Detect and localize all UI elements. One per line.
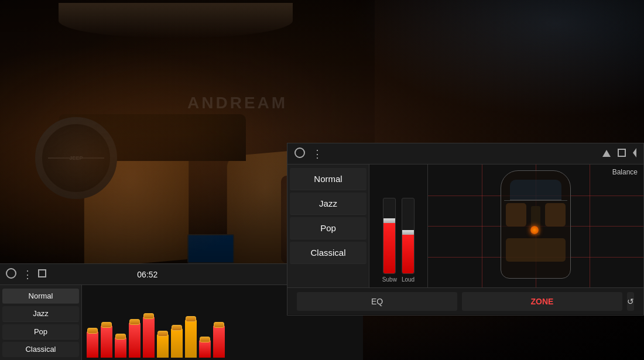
main-rect-btn[interactable] — [38, 269, 46, 280]
car-body — [501, 170, 571, 279]
loud-knob[interactable] — [402, 230, 415, 235]
loud-label: Loud — [402, 276, 415, 283]
subw-label: Subw — [382, 276, 397, 283]
preset-classical[interactable]: Classical — [2, 342, 79, 357]
rect-icon — [38, 269, 46, 277]
loud-slider-track[interactable] — [402, 198, 415, 274]
float-dots-icon: ⋮ — [312, 148, 322, 160]
float-preset-jazz[interactable]: Jazz — [290, 193, 366, 215]
subw-knob[interactable] — [383, 218, 396, 223]
seat-fl — [506, 203, 526, 227]
eq-bar-5[interactable] — [143, 311, 155, 358]
float-preset-classical[interactable]: Classical — [290, 242, 366, 264]
rear-seat-row — [506, 238, 566, 262]
circle-icon — [6, 268, 16, 279]
floating-panel: ⋮ Normal Jazz Pop Classical — [287, 143, 644, 316]
eq-bar-7[interactable] — [171, 311, 183, 358]
float-rect-btn[interactable] — [618, 149, 626, 159]
eq-bar-6[interactable] — [157, 311, 169, 358]
eq-knob-7[interactable] — [172, 325, 182, 331]
eq-knob-10[interactable] — [214, 322, 224, 328]
eq-bar-3[interactable] — [115, 311, 126, 358]
float-triangle-up-icon — [602, 150, 611, 157]
float-preset-pop[interactable]: Pop — [290, 217, 366, 239]
time-display: 06:52 — [137, 270, 157, 279]
topbar-spacer — [329, 143, 602, 164]
float-back-btn[interactable] — [633, 148, 636, 160]
float-circle-icon — [294, 148, 305, 158]
float-topbar: ⋮ — [287, 143, 643, 164]
float-dots-btn[interactable]: ⋮ — [312, 148, 322, 160]
back-arrow-icon: ↺ — [627, 297, 634, 306]
float-bottombar: EQ ZONE ↺ — [287, 287, 643, 314]
subw-slider-track[interactable] — [383, 198, 396, 274]
preset-normal[interactable]: Normal — [2, 289, 79, 304]
seat-fr — [545, 203, 566, 227]
eq-bar-1[interactable] — [87, 311, 98, 358]
float-preset-normal[interactable]: Normal — [290, 168, 366, 190]
eq-knob-8[interactable] — [186, 316, 196, 322]
float-balance-area: Balance — [428, 164, 643, 287]
eq-knob-9[interactable] — [200, 337, 210, 342]
loud-slider-col: Loud — [402, 198, 415, 283]
dash-line — [504, 200, 567, 201]
float-preset-list: Normal Jazz Pop Classical — [287, 164, 369, 287]
eq-knob-1[interactable] — [87, 328, 98, 334]
car-topview-container — [489, 170, 583, 279]
eq-bar-2[interactable] — [101, 311, 112, 358]
grid-v-3 — [590, 164, 590, 287]
eq-bar-4[interactable] — [129, 311, 141, 358]
overhead-light-2 — [351, 0, 644, 117]
float-triangle-up-btn[interactable] — [602, 149, 611, 159]
eq-knob-3[interactable] — [115, 334, 126, 340]
eq-knob-4[interactable] — [129, 319, 140, 325]
loud-fill — [402, 232, 414, 273]
back-button[interactable]: ↺ — [627, 292, 634, 311]
eq-bar-8[interactable] — [185, 311, 197, 358]
preset-pop[interactable]: Pop — [2, 324, 79, 340]
float-rect-icon — [618, 149, 626, 157]
eq-bar-9[interactable] — [199, 311, 211, 358]
dots-icon: ⋮ — [22, 269, 32, 280]
preset-list: Normal Jazz Pop Classical — [0, 285, 82, 360]
eq-button[interactable]: EQ — [297, 292, 457, 311]
preset-jazz[interactable]: Jazz — [2, 306, 79, 321]
zone-button[interactable]: ZONE — [462, 292, 622, 311]
float-circle-btn[interactable] — [294, 148, 305, 160]
float-back-icon — [633, 148, 636, 157]
subw-slider-col: Subw — [382, 198, 397, 283]
main-circle-btn[interactable] — [6, 268, 16, 281]
float-main: Normal Jazz Pop Classical Subw — [287, 164, 643, 287]
eq-knob-2[interactable] — [101, 322, 112, 328]
balance-dot[interactable] — [530, 226, 539, 234]
grid-v-1 — [482, 164, 482, 287]
windshield — [510, 180, 561, 200]
float-sliders: Subw Loud — [369, 164, 428, 287]
main-dots-btn[interactable]: ⋮ — [22, 268, 32, 281]
subw-fill — [383, 221, 395, 273]
eq-knob-5[interactable] — [143, 313, 154, 319]
eq-bar-10[interactable] — [213, 311, 225, 358]
eq-knob-6[interactable] — [157, 331, 168, 337]
